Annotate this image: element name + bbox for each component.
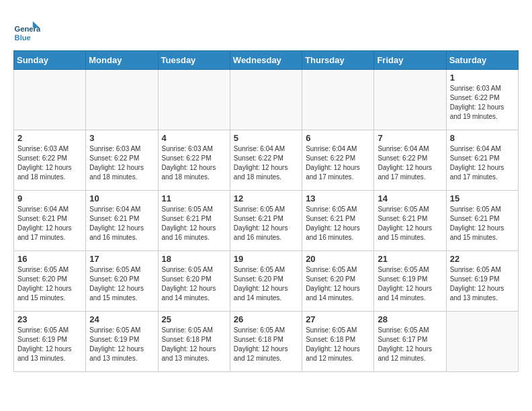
day-number: 21 bbox=[378, 254, 442, 264]
day-number: 4 bbox=[162, 133, 226, 143]
calendar-cell: 22Sunrise: 6:05 AM Sunset: 6:19 PM Dayli… bbox=[446, 251, 518, 312]
day-info: Sunrise: 6:05 AM Sunset: 6:19 PM Dayligh… bbox=[378, 265, 442, 303]
day-number: 1 bbox=[450, 73, 515, 83]
calendar-cell: 16Sunrise: 6:05 AM Sunset: 6:20 PM Dayli… bbox=[14, 251, 86, 312]
calendar-cell bbox=[374, 70, 446, 130]
day-info: Sunrise: 6:04 AM Sunset: 6:21 PM Dayligh… bbox=[17, 205, 82, 242]
calendar-cell: 6Sunrise: 6:04 AM Sunset: 6:22 PM Daylig… bbox=[302, 130, 374, 191]
day-number: 13 bbox=[306, 193, 370, 203]
logo-icon: General Blue bbox=[13, 17, 40, 44]
calendar-cell bbox=[302, 70, 374, 130]
calendar-cell: 3Sunrise: 6:03 AM Sunset: 6:22 PM Daylig… bbox=[86, 130, 158, 191]
day-info: Sunrise: 6:04 AM Sunset: 6:21 PM Dayligh… bbox=[450, 144, 515, 182]
day-number: 2 bbox=[17, 133, 82, 143]
calendar-cell bbox=[446, 312, 518, 372]
page-header: General Blue bbox=[13, 13, 519, 44]
day-number: 6 bbox=[306, 133, 370, 143]
day-number: 14 bbox=[378, 193, 442, 203]
logo: General Blue bbox=[13, 17, 43, 44]
calendar-cell: 23Sunrise: 6:05 AM Sunset: 6:19 PM Dayli… bbox=[14, 312, 86, 372]
day-info: Sunrise: 6:05 AM Sunset: 6:18 PM Dayligh… bbox=[306, 326, 370, 363]
day-header-wednesday: Wednesday bbox=[230, 51, 302, 70]
day-info: Sunrise: 6:05 AM Sunset: 6:19 PM Dayligh… bbox=[17, 326, 82, 363]
day-info: Sunrise: 6:03 AM Sunset: 6:22 PM Dayligh… bbox=[162, 144, 226, 182]
calendar-cell bbox=[158, 70, 230, 130]
calendar-cell: 20Sunrise: 6:05 AM Sunset: 6:20 PM Dayli… bbox=[302, 251, 374, 312]
day-info: Sunrise: 6:05 AM Sunset: 6:19 PM Dayligh… bbox=[89, 326, 154, 363]
calendar-cell: 28Sunrise: 6:05 AM Sunset: 6:17 PM Dayli… bbox=[374, 312, 446, 372]
day-number: 15 bbox=[450, 193, 515, 203]
calendar-cell: 25Sunrise: 6:05 AM Sunset: 6:18 PM Dayli… bbox=[158, 312, 230, 372]
calendar-cell: 9Sunrise: 6:04 AM Sunset: 6:21 PM Daylig… bbox=[14, 191, 86, 251]
day-number: 28 bbox=[378, 314, 442, 324]
day-number: 9 bbox=[17, 193, 82, 203]
day-info: Sunrise: 6:05 AM Sunset: 6:20 PM Dayligh… bbox=[162, 265, 226, 303]
day-number: 18 bbox=[162, 254, 226, 264]
day-header-thursday: Thursday bbox=[302, 51, 374, 70]
day-info: Sunrise: 6:05 AM Sunset: 6:21 PM Dayligh… bbox=[378, 205, 442, 242]
calendar-cell: 18Sunrise: 6:05 AM Sunset: 6:20 PM Dayli… bbox=[158, 251, 230, 312]
day-info: Sunrise: 6:04 AM Sunset: 6:21 PM Dayligh… bbox=[89, 205, 154, 242]
day-info: Sunrise: 6:03 AM Sunset: 6:22 PM Dayligh… bbox=[89, 144, 154, 182]
day-info: Sunrise: 6:05 AM Sunset: 6:20 PM Dayligh… bbox=[89, 265, 154, 303]
calendar-cell: 21Sunrise: 6:05 AM Sunset: 6:19 PM Dayli… bbox=[374, 251, 446, 312]
calendar-cell: 19Sunrise: 6:05 AM Sunset: 6:20 PM Dayli… bbox=[230, 251, 302, 312]
day-number: 27 bbox=[306, 314, 370, 324]
calendar-cell: 24Sunrise: 6:05 AM Sunset: 6:19 PM Dayli… bbox=[86, 312, 158, 372]
calendar-cell: 14Sunrise: 6:05 AM Sunset: 6:21 PM Dayli… bbox=[374, 191, 446, 251]
day-info: Sunrise: 6:05 AM Sunset: 6:21 PM Dayligh… bbox=[450, 205, 515, 242]
calendar-cell: 26Sunrise: 6:05 AM Sunset: 6:18 PM Dayli… bbox=[230, 312, 302, 372]
day-info: Sunrise: 6:04 AM Sunset: 6:22 PM Dayligh… bbox=[234, 144, 298, 182]
calendar-cell: 13Sunrise: 6:05 AM Sunset: 6:21 PM Dayli… bbox=[302, 191, 374, 251]
day-info: Sunrise: 6:04 AM Sunset: 6:22 PM Dayligh… bbox=[378, 144, 442, 182]
calendar-cell: 12Sunrise: 6:05 AM Sunset: 6:21 PM Dayli… bbox=[230, 191, 302, 251]
calendar-cell: 10Sunrise: 6:04 AM Sunset: 6:21 PM Dayli… bbox=[86, 191, 158, 251]
day-number: 24 bbox=[89, 314, 154, 324]
day-info: Sunrise: 6:05 AM Sunset: 6:21 PM Dayligh… bbox=[306, 205, 370, 242]
calendar-cell: 8Sunrise: 6:04 AM Sunset: 6:21 PM Daylig… bbox=[446, 130, 518, 191]
day-number: 23 bbox=[17, 314, 82, 324]
day-number: 19 bbox=[234, 254, 298, 264]
day-number: 11 bbox=[162, 193, 226, 203]
calendar-cell: 7Sunrise: 6:04 AM Sunset: 6:22 PM Daylig… bbox=[374, 130, 446, 191]
svg-text:Blue: Blue bbox=[15, 34, 31, 42]
calendar-week-4: 16Sunrise: 6:05 AM Sunset: 6:20 PM Dayli… bbox=[14, 251, 519, 312]
day-number: 20 bbox=[306, 254, 370, 264]
day-info: Sunrise: 6:05 AM Sunset: 6:19 PM Dayligh… bbox=[450, 265, 515, 303]
day-number: 8 bbox=[450, 133, 515, 143]
day-info: Sunrise: 6:05 AM Sunset: 6:21 PM Dayligh… bbox=[162, 205, 226, 242]
calendar-week-2: 2Sunrise: 6:03 AM Sunset: 6:22 PM Daylig… bbox=[14, 130, 519, 191]
day-number: 25 bbox=[162, 314, 226, 324]
calendar-cell: 15Sunrise: 6:05 AM Sunset: 6:21 PM Dayli… bbox=[446, 191, 518, 251]
day-number: 16 bbox=[17, 254, 82, 264]
calendar-cell: 17Sunrise: 6:05 AM Sunset: 6:20 PM Dayli… bbox=[86, 251, 158, 312]
day-info: Sunrise: 6:05 AM Sunset: 6:20 PM Dayligh… bbox=[17, 265, 82, 303]
day-header-friday: Friday bbox=[374, 51, 446, 70]
calendar-cell: 2Sunrise: 6:03 AM Sunset: 6:22 PM Daylig… bbox=[14, 130, 86, 191]
day-number: 12 bbox=[234, 193, 298, 203]
day-info: Sunrise: 6:05 AM Sunset: 6:21 PM Dayligh… bbox=[234, 205, 298, 242]
day-info: Sunrise: 6:03 AM Sunset: 6:22 PM Dayligh… bbox=[17, 144, 82, 182]
day-number: 26 bbox=[234, 314, 298, 324]
day-number: 7 bbox=[378, 133, 442, 143]
day-info: Sunrise: 6:05 AM Sunset: 6:18 PM Dayligh… bbox=[234, 326, 298, 363]
day-number: 17 bbox=[89, 254, 154, 264]
day-header-monday: Monday bbox=[86, 51, 158, 70]
day-number: 10 bbox=[89, 193, 154, 203]
day-info: Sunrise: 6:05 AM Sunset: 6:17 PM Dayligh… bbox=[378, 326, 442, 363]
calendar-header-row: SundayMondayTuesdayWednesdayThursdayFrid… bbox=[14, 51, 519, 70]
day-info: Sunrise: 6:04 AM Sunset: 6:22 PM Dayligh… bbox=[306, 144, 370, 182]
day-header-saturday: Saturday bbox=[446, 51, 518, 70]
calendar-cell bbox=[86, 70, 158, 130]
calendar-cell bbox=[230, 70, 302, 130]
day-number: 5 bbox=[234, 133, 298, 143]
calendar-cell: 4Sunrise: 6:03 AM Sunset: 6:22 PM Daylig… bbox=[158, 130, 230, 191]
day-number: 22 bbox=[450, 254, 515, 264]
calendar-week-5: 23Sunrise: 6:05 AM Sunset: 6:19 PM Dayli… bbox=[14, 312, 519, 372]
calendar-cell: 11Sunrise: 6:05 AM Sunset: 6:21 PM Dayli… bbox=[158, 191, 230, 251]
day-info: Sunrise: 6:05 AM Sunset: 6:20 PM Dayligh… bbox=[234, 265, 298, 303]
calendar-week-3: 9Sunrise: 6:04 AM Sunset: 6:21 PM Daylig… bbox=[14, 191, 519, 251]
calendar-cell: 5Sunrise: 6:04 AM Sunset: 6:22 PM Daylig… bbox=[230, 130, 302, 191]
calendar-cell: 1Sunrise: 6:03 AM Sunset: 6:22 PM Daylig… bbox=[446, 70, 518, 130]
day-info: Sunrise: 6:05 AM Sunset: 6:18 PM Dayligh… bbox=[162, 326, 226, 363]
